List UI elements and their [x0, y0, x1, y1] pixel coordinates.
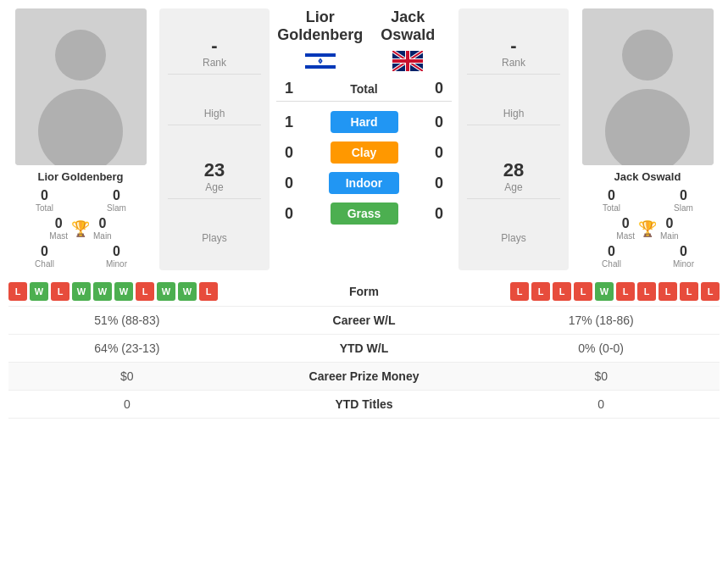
player1-chall-label: Chall	[35, 259, 54, 269]
center-section: Lior Goldenberg Jack Oswald	[276, 8, 452, 270]
player1-plays-block: Plays	[168, 227, 261, 249]
grass-badge: Grass	[331, 203, 398, 225]
form-badge-p2: L	[574, 282, 592, 301]
player2-mast-stat: 0 Mast	[616, 214, 635, 242]
grass-score-p1: 0	[276, 205, 302, 223]
ytd-wl-row: 64% (23-13) YTD W/L 0% (0-0)	[8, 335, 720, 363]
player2-ytd-titles: 0	[482, 397, 720, 411]
player1-form-badges: LWLWWWLWWL	[8, 282, 246, 301]
indoor-score-p2: 0	[426, 175, 452, 192]
player2-main-value: 0	[665, 216, 673, 231]
player1-total-value: 0	[41, 188, 48, 203]
player2-minor-stats: 0 Chall 0 Minor	[575, 242, 720, 270]
player1-plays-label: Plays	[202, 232, 226, 244]
form-label: Form	[246, 285, 483, 298]
player1-chall-stat: 0 Chall	[12, 242, 77, 270]
career-wl-label: Career W/L	[246, 313, 483, 327]
clay-badge: Clay	[331, 141, 398, 164]
player1-mast-stat: 0 Mast	[49, 214, 68, 242]
form-badge-p1: W	[30, 282, 48, 301]
form-badge-p2: L	[637, 282, 656, 301]
players-section: Lior Goldenberg 0 Total 0 Slam 0 Mast 🏆	[0, 0, 728, 270]
player1-card: Lior Goldenberg 0 Total 0 Slam 0 Mast 🏆	[8, 8, 153, 270]
player2-high-block: High	[467, 103, 560, 125]
form-badge-p1: W	[72, 282, 91, 301]
player1-rank-value: -	[211, 35, 217, 57]
form-badge-p2: L	[701, 282, 720, 301]
total-score-p1: 1	[276, 80, 302, 97]
player2-slam-stat: 0 Slam	[651, 186, 716, 214]
total-score-row: 1 Total 0	[276, 76, 452, 102]
player1-high-block: High	[168, 103, 261, 125]
player2-stats: 0 Total 0 Slam	[575, 186, 720, 214]
player2-chall-label: Chall	[602, 259, 621, 269]
score-rows: 1 Total 0 1 Hard 0 0 Clay 0 0	[276, 76, 452, 227]
svg-rect-4	[305, 53, 336, 57]
player1-ytd-wl: 64% (23-13)	[8, 341, 246, 355]
player2-flag	[392, 51, 423, 71]
player2-age-label: Age	[504, 181, 522, 193]
player1-ytd-titles: 0	[8, 397, 246, 411]
trophy2-icon: 🏆	[638, 219, 657, 238]
clay-score-p1: 0	[276, 144, 302, 162]
player1-age-block: 23 Age	[168, 154, 261, 199]
form-badge-p2: W	[595, 282, 614, 301]
player1-prize: $0	[8, 369, 246, 383]
form-badge-p1: W	[157, 282, 175, 301]
player2-age-value: 28	[503, 159, 524, 181]
player1-rank-block: - Rank	[168, 30, 261, 75]
prize-label: Career Prize Money	[246, 369, 483, 383]
player1-minor-stats: 0 Chall 0 Minor	[8, 242, 153, 270]
player2-middle-card: - Rank High 28 Age Plays	[458, 8, 569, 270]
player1-main-stat: 0 Main	[93, 214, 112, 242]
player1-career-wl: 51% (88-83)	[8, 313, 246, 327]
player2-prize: $0	[482, 369, 720, 383]
player2-rank-value: -	[510, 35, 516, 57]
player2-minor-label: Minor	[673, 259, 694, 269]
player2-ytd-wl: 0% (0-0)	[482, 341, 720, 355]
player1-chall-value: 0	[41, 244, 48, 259]
svg-point-18	[622, 30, 673, 80]
form-badge-p2: L	[659, 282, 677, 301]
total-label: Total	[350, 82, 377, 96]
ytd-titles-label: YTD Titles	[246, 397, 483, 411]
player2-minor-stat: 0 Minor	[651, 242, 716, 270]
player1-stats: 0 Total 0 Slam	[8, 186, 153, 214]
svg-rect-5	[305, 65, 336, 69]
main-container: Lior Goldenberg 0 Total 0 Slam 0 Mast 🏆	[0, 0, 728, 419]
player1-age-value: 23	[204, 159, 225, 181]
form-badge-p1: W	[93, 282, 112, 301]
player2-slam-value: 0	[680, 188, 687, 203]
form-badge-p2: L	[510, 282, 529, 301]
form-badge-p1: L	[199, 282, 218, 301]
player2-main-label: Main	[660, 231, 679, 241]
player2-age-block: 28 Age	[467, 154, 560, 199]
player2-card: Jack Oswald 0 Total 0 Slam 0 Mast 🏆 0	[575, 8, 720, 270]
svg-point-1	[55, 30, 106, 80]
form-badge-p2: L	[553, 282, 571, 301]
player2-mast-label: Mast	[616, 231, 635, 241]
player1-total-label: Total	[36, 203, 53, 213]
player1-trophy-row: 0 Mast 🏆 0 Main	[8, 214, 153, 242]
player2-main-stat: 0 Main	[660, 214, 679, 242]
player1-minor-label: Minor	[106, 259, 127, 269]
indoor-score-row: 0 Indoor 0	[276, 169, 452, 197]
trophy1-icon: 🏆	[71, 219, 90, 238]
player1-age-label: Age	[205, 181, 223, 193]
form-badge-p1: W	[114, 282, 133, 301]
form-badge-p1: L	[51, 282, 69, 301]
player1-minor-value: 0	[113, 244, 120, 259]
player2-mast-value: 0	[622, 216, 630, 231]
player2-avatar	[582, 8, 714, 165]
player1-name-center-text: Lior Goldenberg	[277, 8, 363, 43]
hard-score-row: 1 Hard 0	[276, 108, 452, 136]
form-badge-p1: W	[178, 282, 197, 301]
clay-score-p2: 0	[426, 144, 452, 162]
player2-rank-block: - Rank	[467, 30, 560, 75]
player-names-row: Lior Goldenberg Jack Oswald	[276, 8, 452, 51]
indoor-badge: Indoor	[329, 172, 400, 194]
player1-mast-label: Mast	[49, 231, 68, 241]
hard-badge: Hard	[331, 111, 398, 133]
ytd-titles-row: 0 YTD Titles 0	[8, 391, 720, 419]
form-row: LWLWWWLWWL Form LLLLWLLLLL	[8, 277, 720, 307]
